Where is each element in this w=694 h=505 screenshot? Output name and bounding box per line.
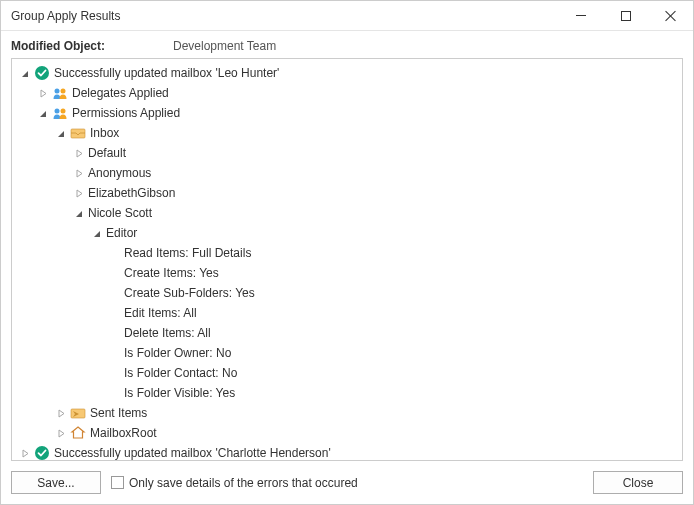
tree-node-label: Anonymous [88,166,151,180]
sent-folder-icon [70,405,86,421]
svg-point-7 [35,446,49,460]
results-tree-container: Successfully updated mailbox 'Leo Hunter… [11,58,683,461]
tree-node-label: Edit Items: All [124,306,197,320]
expander-icon[interactable] [72,186,86,200]
minimize-icon [576,15,586,16]
maximize-icon [621,11,631,21]
expander-icon[interactable] [90,226,104,240]
tree-node-label: Is Folder Visible: Yes [124,386,235,400]
checkbox-icon [111,476,124,489]
home-icon [70,425,86,441]
svg-point-2 [61,89,66,94]
tree-node-inbox[interactable]: Inbox [12,123,682,143]
inbox-folder-icon [70,125,86,141]
maximize-button[interactable] [603,1,648,31]
tree-node-label: ElizabethGibson [88,186,175,200]
success-check-icon [34,445,50,460]
tree-node-label: Editor [106,226,137,240]
tree-node-root[interactable]: Successfully updated mailbox 'Leo Hunter… [12,63,682,83]
tree-node-label: MailboxRoot [90,426,157,440]
people-icon [52,105,68,121]
tree-node-root[interactable]: Successfully updated mailbox 'Charlotte … [12,443,682,460]
tree-node-detail[interactable]: Read Items: Full Details [12,243,682,263]
tree-node-detail[interactable]: Edit Items: All [12,303,682,323]
tree-node-label: Default [88,146,126,160]
expander-icon[interactable] [54,406,68,420]
tree-node-elizabeth[interactable]: ElizabethGibson [12,183,682,203]
checkbox-label: Only save details of the errors that occ… [129,476,358,490]
tree-node-label: Create Sub-Folders: Yes [124,286,255,300]
expander-icon[interactable] [72,146,86,160]
tree-node-detail[interactable]: Create Sub-Folders: Yes [12,283,682,303]
close-button[interactable]: Close [593,471,683,494]
modified-object-row: Modified Object: Development Team [1,31,693,58]
tree-node-permissions[interactable]: Permissions Applied [12,103,682,123]
footer-bar: Save... Only save details of the errors … [1,461,693,504]
tree-node-nicole[interactable]: Nicole Scott [12,203,682,223]
tree-node-label: Create Items: Yes [124,266,219,280]
tree-node-sent[interactable]: Sent Items [12,403,682,423]
tree-node-label: Delete Items: All [124,326,211,340]
expander-icon[interactable] [36,86,50,100]
expander-icon[interactable] [18,446,32,460]
tree-node-default[interactable]: Default [12,143,682,163]
errors-only-checkbox[interactable]: Only save details of the errors that occ… [111,476,583,490]
tree-node-label: Nicole Scott [88,206,152,220]
tree-node-detail[interactable]: Delete Items: All [12,323,682,343]
expander-icon[interactable] [36,106,50,120]
modified-object-value: Development Team [173,39,276,53]
close-icon [665,10,677,22]
tree-node-label: Is Folder Contact: No [124,366,237,380]
tree-node-label: Inbox [90,126,119,140]
tree-node-detail[interactable]: Create Items: Yes [12,263,682,283]
save-button[interactable]: Save... [11,471,101,494]
tree-node-label: Read Items: Full Details [124,246,251,260]
svg-rect-5 [71,129,85,138]
tree-node-detail[interactable]: Is Folder Owner: No [12,343,682,363]
svg-point-4 [61,109,66,114]
success-check-icon [34,65,50,81]
results-tree[interactable]: Successfully updated mailbox 'Leo Hunter… [12,59,682,460]
title-bar: Group Apply Results [1,1,693,31]
svg-point-1 [55,89,60,94]
tree-node-detail[interactable]: Is Folder Visible: Yes [12,383,682,403]
tree-node-label: Successfully updated mailbox 'Charlotte … [54,446,331,460]
expander-icon[interactable] [18,66,32,80]
tree-node-label: Sent Items [90,406,147,420]
window-close-button[interactable] [648,1,693,31]
tree-node-label: Is Folder Owner: No [124,346,231,360]
svg-point-3 [55,109,60,114]
expander-icon[interactable] [72,206,86,220]
modified-object-label: Modified Object: [11,39,173,53]
group-apply-results-window: Group Apply Results Modified Object: Dev… [0,0,694,505]
minimize-button[interactable] [558,1,603,31]
expander-icon[interactable] [54,426,68,440]
window-title: Group Apply Results [11,9,558,23]
tree-node-detail[interactable]: Is Folder Contact: No [12,363,682,383]
tree-node-editor[interactable]: Editor [12,223,682,243]
tree-node-label: Delegates Applied [72,86,169,100]
tree-node-anonymous[interactable]: Anonymous [12,163,682,183]
tree-node-delegates[interactable]: Delegates Applied [12,83,682,103]
tree-node-mailboxroot[interactable]: MailboxRoot [12,423,682,443]
people-icon [52,85,68,101]
expander-icon[interactable] [72,166,86,180]
expander-icon[interactable] [54,126,68,140]
tree-node-label: Permissions Applied [72,106,180,120]
svg-point-0 [35,66,49,80]
tree-node-label: Successfully updated mailbox 'Leo Hunter… [54,66,279,80]
